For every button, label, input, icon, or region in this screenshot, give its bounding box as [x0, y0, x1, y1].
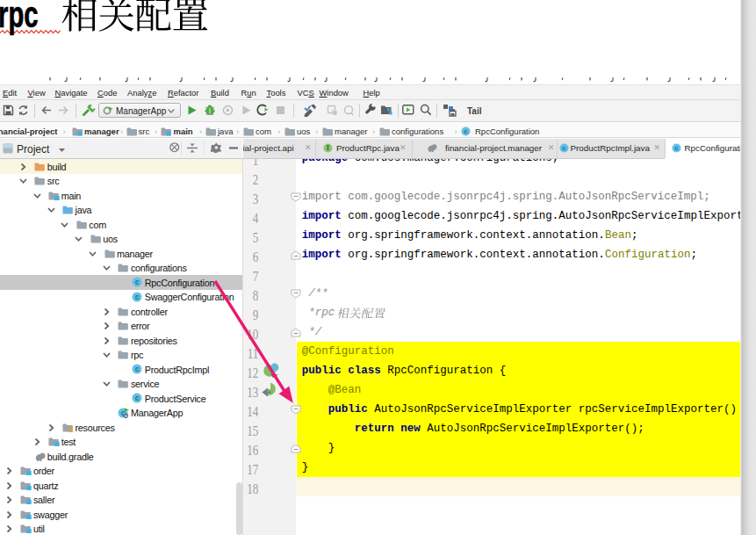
svg-text:c: c	[464, 127, 468, 135]
svg-text:c: c	[135, 394, 140, 402]
svg-text:c: c	[135, 365, 140, 373]
svg-text:c: c	[135, 293, 140, 301]
svg-text:c: c	[135, 278, 140, 286]
svg-text:c: c	[674, 144, 679, 152]
svg-text:c: c	[562, 144, 566, 152]
